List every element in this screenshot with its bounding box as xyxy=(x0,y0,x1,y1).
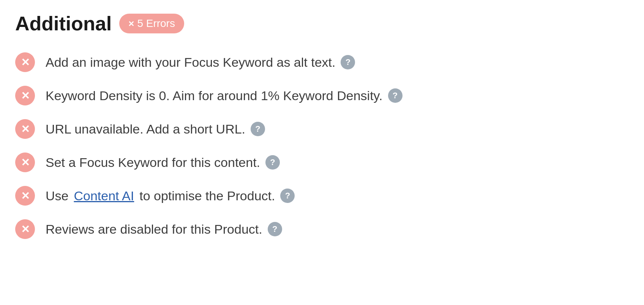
help-icon-3[interactable]: ? xyxy=(251,122,265,136)
help-icon-1[interactable]: ? xyxy=(341,55,355,69)
error-list: ✕ Add an image with your Focus Keyword a… xyxy=(15,49,629,243)
error-message-5-after: to optimise the Product. xyxy=(139,189,275,203)
error-icon-3: ✕ xyxy=(15,119,35,139)
help-icon-6[interactable]: ? xyxy=(268,222,282,236)
error-item-6: ✕ Reviews are disabled for this Product.… xyxy=(15,215,629,243)
help-icon-2[interactable]: ? xyxy=(388,88,402,103)
help-icon-4[interactable]: ? xyxy=(265,155,280,170)
error-text-1: Add an image with your Focus Keyword as … xyxy=(46,55,355,70)
error-message-1: Add an image with your Focus Keyword as … xyxy=(46,55,335,70)
error-message-6: Reviews are disabled for this Product. xyxy=(46,222,262,237)
error-text-2: Keyword Density is 0. Aim for around 1% … xyxy=(46,88,402,103)
badge-x-icon: × xyxy=(128,18,134,30)
error-icon-5: ✕ xyxy=(15,186,35,206)
error-item-4: ✕ Set a Focus Keyword for this content. … xyxy=(15,149,629,176)
error-item-2: ✕ Keyword Density is 0. Aim for around 1… xyxy=(15,82,629,109)
error-item-3: ✕ URL unavailable. Add a short URL. ? xyxy=(15,115,629,143)
error-icon-1: ✕ xyxy=(15,52,35,72)
error-item-1: ✕ Add an image with your Focus Keyword a… xyxy=(15,49,629,76)
error-message-3: URL unavailable. Add a short URL. xyxy=(46,122,245,137)
help-icon-5[interactable]: ? xyxy=(280,189,295,203)
error-message-2: Keyword Density is 0. Aim for around 1% … xyxy=(46,88,383,103)
error-text-5: Use Content AI to optimise the Product. … xyxy=(46,189,295,203)
error-message-4: Set a Focus Keyword for this content. xyxy=(46,155,260,170)
error-badge: × 5 Errors xyxy=(119,14,184,33)
error-text-3: URL unavailable. Add a short URL. ? xyxy=(46,122,265,137)
error-message-5-before: Use xyxy=(46,189,68,203)
error-text-4: Set a Focus Keyword for this content. ? xyxy=(46,155,280,170)
section-title: Additional xyxy=(15,12,112,35)
error-item-5: ✕ Use Content AI to optimise the Product… xyxy=(15,182,629,209)
error-icon-6: ✕ xyxy=(15,219,35,239)
badge-label: 5 Errors xyxy=(137,17,175,30)
error-icon-4: ✕ xyxy=(15,152,35,172)
section-header: Additional × 5 Errors xyxy=(15,12,629,35)
content-ai-link[interactable]: Content AI xyxy=(74,189,134,203)
error-text-6: Reviews are disabled for this Product. ? xyxy=(46,222,282,237)
error-icon-2: ✕ xyxy=(15,86,35,105)
